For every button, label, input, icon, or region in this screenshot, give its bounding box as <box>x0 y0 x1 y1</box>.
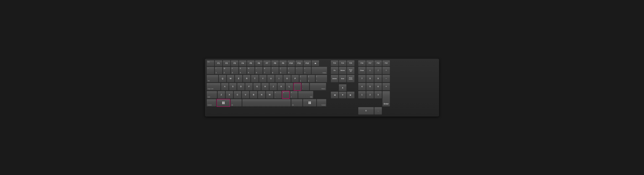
key-numpad-8[interactable]: 8 <box>366 75 374 82</box>
key-k[interactable]: K <box>278 83 285 90</box>
key-esc[interactable]: Esc <box>207 60 214 66</box>
key-arrow-left[interactable]: ◀ <box>331 92 338 98</box>
key-lbracket[interactable]: { [ <box>300 75 307 82</box>
key-g[interactable]: G <box>253 83 261 90</box>
key-numpad-1[interactable]: 1 <box>358 91 366 98</box>
key-f12[interactable]: F12 <box>304 60 311 66</box>
key-0[interactable]: ) 0 <box>287 66 295 74</box>
key-numpad-4[interactable]: 4 <box>358 83 366 90</box>
key-8[interactable]: * 8 <box>271 66 279 74</box>
key-d[interactable]: D <box>237 83 245 90</box>
key-f11[interactable]: F11 <box>295 60 303 66</box>
key-numpad-0[interactable]: 0 <box>358 107 374 114</box>
key-f18[interactable]: F18 <box>374 60 382 66</box>
key-o[interactable]: O <box>283 75 291 82</box>
key-numpad-plus[interactable]: + <box>382 83 390 90</box>
key-z[interactable]: Z <box>218 91 225 98</box>
key-j[interactable]: J <box>269 83 277 90</box>
key-space[interactable] <box>242 99 291 106</box>
key-m[interactable]: M <box>266 91 274 98</box>
key-semicolon[interactable]: : ; <box>294 83 301 90</box>
key-eject[interactable]: ⏏ <box>312 60 319 66</box>
key-arrow-right[interactable]: ▶ <box>347 92 354 98</box>
key-2[interactable]: @ 2 <box>223 66 230 74</box>
key-control-right[interactable]: Control <box>317 99 326 106</box>
key-f13[interactable]: F13 <box>331 60 338 66</box>
key-u[interactable]: U <box>267 75 274 82</box>
key-f3[interactable]: F3 <box>231 60 238 66</box>
key-arrow-down[interactable]: ▼ <box>339 92 346 98</box>
key-f15[interactable]: F15 <box>347 60 354 66</box>
key-5[interactable]: % 5 <box>247 66 254 74</box>
key-f4[interactable]: F4 <box>239 60 246 66</box>
key-rbracket[interactable]: } ] <box>308 75 315 82</box>
key-n[interactable]: N <box>258 91 266 98</box>
key-numpad-clear[interactable]: Clear <box>358 66 366 74</box>
key-numpad-2[interactable]: 2 <box>366 91 374 98</box>
key-delete-nav[interactable]: Delete <box>331 75 338 82</box>
key-numpad-7[interactable]: 7 <box>358 75 366 82</box>
key-4[interactable]: $ 4 <box>239 66 246 74</box>
key-numpad-equals[interactable]: = <box>366 66 374 74</box>
key-numpad-9[interactable]: 9 <box>374 75 382 82</box>
key-f7[interactable]: F7 <box>263 60 271 66</box>
key-shift-left[interactable]: Shift <box>207 91 217 98</box>
key-numpad-6[interactable]: 6 <box>374 83 382 90</box>
key-numpad-minus[interactable]: – <box>382 75 390 82</box>
key-p[interactable]: P <box>291 75 299 82</box>
key-arrow-up[interactable]: ▲ <box>339 84 346 91</box>
key-9[interactable]: ( 9 <box>279 66 287 74</box>
key-b[interactable]: B <box>250 91 257 98</box>
key-numpad-multiply[interactable]: * <box>382 66 390 74</box>
key-comma[interactable]: < , <box>274 91 282 98</box>
key-f[interactable]: F <box>245 83 253 90</box>
key-v[interactable]: V <box>242 91 249 98</box>
key-7[interactable]: & 7 <box>263 66 271 74</box>
key-period[interactable]: > . <box>282 91 290 98</box>
key-c[interactable]: C <box>234 91 241 98</box>
key-shift-right[interactable]: Shift <box>298 91 314 98</box>
key-end[interactable]: End <box>339 75 346 82</box>
key-6[interactable]: ^ 6 <box>255 66 263 74</box>
key-y[interactable]: Y <box>259 75 266 82</box>
key-backtick[interactable]: ~ ` <box>207 66 214 74</box>
key-f19[interactable]: F19 <box>382 60 390 66</box>
key-f10[interactable]: F10 <box>287 60 295 66</box>
key-t[interactable]: T <box>251 75 258 82</box>
key-f17[interactable]: F17 <box>366 60 374 66</box>
key-f5[interactable]: F5 <box>247 60 254 66</box>
key-fn[interactable]: Fn <box>331 66 338 74</box>
key-w[interactable]: W <box>227 75 234 82</box>
key-3[interactable]: # 3 <box>231 66 238 74</box>
key-f9[interactable]: F9 <box>279 60 287 66</box>
key-l[interactable]: L <box>286 83 293 90</box>
key-tab[interactable]: Tab <box>207 75 218 82</box>
key-page-up[interactable]: PageUp <box>347 66 354 74</box>
key-caps-lock[interactable]: Caps Lock <box>207 83 221 90</box>
key-numpad-5[interactable]: 5 <box>366 83 374 90</box>
key-alt-left[interactable]: Alt <box>230 99 242 106</box>
key-f2[interactable]: F2 <box>223 60 230 66</box>
key-i[interactable]: I <box>275 75 283 82</box>
key-numpad-enter[interactable]: Enter <box>382 91 390 106</box>
key-alt-right[interactable]: Alt <box>291 99 302 106</box>
key-delete[interactable]: Delete <box>312 66 327 74</box>
key-f1[interactable]: F1 <box>215 60 222 66</box>
key-equals[interactable]: + = <box>304 66 311 74</box>
key-win-right[interactable] <box>303 99 316 106</box>
key-backslash[interactable]: | \ <box>316 75 327 82</box>
key-f6[interactable]: F6 <box>255 60 263 66</box>
key-numpad-divide[interactable]: / <box>374 66 382 74</box>
key-minus[interactable]: – - <box>295 66 303 74</box>
key-q[interactable]: Q <box>218 75 226 82</box>
key-quote[interactable]: " ' <box>302 83 309 90</box>
key-page-down[interactable]: PageDown <box>347 75 354 82</box>
key-numpad-3[interactable]: 3 <box>374 91 382 98</box>
key-return[interactable]: Return <box>310 83 326 90</box>
key-a[interactable]: A <box>221 83 228 90</box>
key-r[interactable]: R <box>243 75 250 82</box>
key-e[interactable]: E <box>235 75 242 82</box>
key-f16[interactable]: F16 <box>358 60 366 66</box>
key-s[interactable]: S <box>229 83 237 90</box>
key-h[interactable]: H <box>261 83 269 90</box>
